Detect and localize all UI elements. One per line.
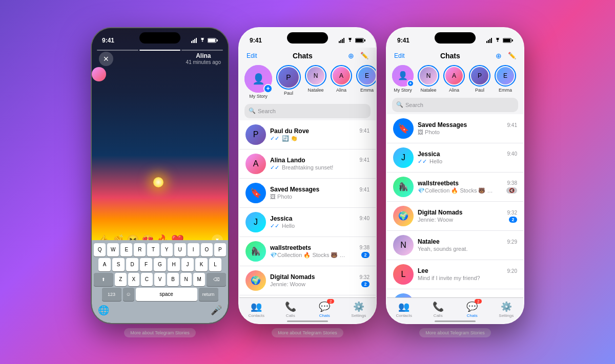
story-alina-3[interactable]: A Alina (443, 65, 465, 93)
chat-item-emma-3[interactable]: E Emma 9:12 I hope you're enjoying your … (387, 289, 523, 297)
chat-item-jessica-3[interactable]: J Jessica 9:40 ✓✓ Hello (387, 143, 523, 173)
tab-calls-2[interactable]: 📞 Calls (274, 301, 308, 318)
key-g[interactable]: G (154, 258, 166, 271)
progress-bar-2 (139, 50, 181, 51)
keyboard-row-3: ⬆ Z X C V B N M ⌫ (94, 273, 226, 286)
key-y[interactable]: Y (161, 243, 173, 256)
key-d[interactable]: D (126, 258, 138, 271)
chat-item-natalee-3[interactable]: N Natalee 9:29 Yeah, sounds great. (387, 231, 523, 260)
key-u[interactable]: U (174, 243, 186, 256)
key-o[interactable]: O (201, 243, 213, 256)
key-z[interactable]: Z (115, 273, 127, 286)
paul-story-ring-3: P (469, 65, 490, 87)
key-f[interactable]: F (140, 258, 152, 271)
story-close-button[interactable]: ✕ (99, 52, 113, 66)
chat-item-saved-3[interactable]: 🔖 Saved Messages 9:41 🖼 Photo (387, 114, 523, 143)
tab-contacts-2[interactable]: 👥 Contacts (239, 301, 274, 318)
my-story-item-3[interactable]: 👤 + My Story (392, 65, 414, 93)
chat-item-digital-3[interactable]: 🌍 Digital Nomads 9:32 Jennie: Woow 2 (387, 202, 523, 231)
chat-item-paul[interactable]: P Paul du Rove 9:41 ✓✓ 🔄 👏 (239, 120, 376, 149)
story-paul-2[interactable]: P Paul (276, 65, 301, 99)
chat-preview-digital-3: Jennie: Woow (418, 217, 453, 223)
globe-icon[interactable]: 🌐 (98, 305, 109, 316)
key-123[interactable]: 123 (102, 288, 121, 301)
more-about-btn-3[interactable]: More about Telegram Stories (419, 328, 490, 337)
compose-icon-3[interactable]: ✏️ (508, 52, 516, 59)
tab-calls-icon-2: 📞 (285, 301, 296, 312)
key-j[interactable]: J (181, 258, 194, 271)
key-m[interactable]: M (193, 273, 205, 286)
story-paul-3[interactable]: P Paul (469, 65, 490, 93)
key-emoji[interactable]: ☺ (123, 288, 134, 301)
tab-calls-label-3: Calls (434, 313, 443, 318)
keyboard-mic-icon[interactable]: 🎤 (211, 305, 222, 316)
more-about-btn-2[interactable]: More about Telegram Stories (272, 328, 343, 337)
key-c[interactable]: C (141, 273, 153, 286)
key-i[interactable]: I (188, 243, 199, 256)
key-t[interactable]: T (147, 243, 159, 256)
story-emma-2[interactable]: E Emma (356, 65, 376, 99)
svg-rect-14 (486, 41, 487, 43)
tab-calls-3[interactable]: 📞 Calls (421, 301, 456, 318)
chat-item-lee-3[interactable]: L Lee 9:20 Mind if I invite my friend? (387, 260, 523, 289)
tab-contacts-3[interactable]: 👥 Contacts (387, 301, 421, 318)
story-alina-2[interactable]: A Alina (331, 65, 352, 99)
key-l[interactable]: L (209, 258, 221, 271)
story-natalee-2[interactable]: N Natalee (305, 65, 326, 99)
new-group-icon-2[interactable]: ⊕ (348, 52, 354, 60)
new-group-icon-3[interactable]: ⊕ (496, 52, 502, 60)
chat-item-jessica[interactable]: J Jessica 9:40 ✓✓ Hello (239, 208, 376, 237)
key-p[interactable]: P (214, 243, 226, 256)
my-story-item-2[interactable]: 👤 + My Story (244, 65, 272, 99)
natalee-story-ring-3: N (418, 65, 439, 87)
key-q[interactable]: Q (94, 243, 106, 256)
tab-settings-2[interactable]: ⚙️ Settings (342, 301, 376, 318)
chat-item-digital[interactable]: 🌍 Digital Nomads 9:32 Jennie: Woow 2 (239, 266, 376, 295)
key-n[interactable]: N (180, 273, 192, 286)
svg-rect-0 (191, 41, 192, 43)
chats-header-2: Edit Chats ⊕ ✏️ (239, 48, 376, 63)
chat-item-alina[interactable]: A Alina Lando 9:41 ✓✓ Breathtaking sunse… (239, 149, 376, 179)
chat-name-row-digital-3: Digital Nomads 9:32 (418, 209, 517, 216)
phone2-content: 9:41 (239, 28, 376, 323)
key-r[interactable]: R (134, 243, 146, 256)
chats-tab-badge-2: 2 (327, 299, 334, 304)
emma-story-ring: E (356, 65, 376, 87)
story-username: Alina (196, 52, 211, 59)
story-emma-3[interactable]: E Emma (495, 65, 516, 93)
edit-button-2[interactable]: Edit (247, 52, 257, 59)
chat-item-natalee[interactable]: N Natalee 9:29 Yeah, sounds great. (239, 295, 376, 297)
chat-item-wstreet[interactable]: 🦍 wallstreetbets 9:38 💎Collection 🔥 Stoc… (239, 237, 376, 266)
key-x[interactable]: X (128, 273, 140, 286)
svg-rect-6 (217, 39, 218, 41)
tab-bar-3: 👥 Contacts 📞 Calls 💬 2 Chats ⚙️ Setti (387, 297, 523, 323)
key-space[interactable]: space (136, 288, 197, 301)
key-shift[interactable]: ⬆ (94, 273, 113, 286)
edit-button-3[interactable]: Edit (394, 52, 405, 59)
search-bar-3[interactable]: 🔍 Search (392, 98, 518, 112)
tab-settings-3[interactable]: ⚙️ Settings (489, 301, 524, 318)
chat-item-wstreet-3[interactable]: 🦍 wallstreetbets 9:38 💎Collection 🔥 Stoc… (387, 173, 523, 202)
tab-chats-3[interactable]: 💬 2 Chats (455, 301, 489, 318)
key-h[interactable]: H (168, 258, 180, 271)
key-a[interactable]: A (98, 258, 111, 271)
key-s[interactable]: S (112, 258, 125, 271)
story-time: 41 minutes ago (186, 59, 221, 65)
key-delete[interactable]: ⌫ (207, 273, 226, 286)
story-user-avatar (92, 67, 106, 81)
search-bar-2[interactable]: 🔍 Search (244, 104, 371, 118)
key-return[interactable]: return (199, 288, 218, 301)
key-v[interactable]: V (154, 273, 166, 286)
key-b[interactable]: B (167, 273, 179, 286)
key-k[interactable]: K (195, 258, 208, 271)
tab-chats-2[interactable]: 💬 2 Chats (308, 301, 342, 318)
key-w[interactable]: W (107, 243, 119, 256)
more-about-btn-1[interactable]: More about Telegram Stories (124, 328, 195, 337)
key-e[interactable]: E (120, 243, 132, 256)
chat-item-saved[interactable]: 🔖 Saved Messages 9:41 🖼 Photo (239, 179, 376, 208)
tab-chats-icon-3: 💬 2 (466, 301, 478, 312)
compose-icon-2[interactable]: ✏️ (360, 52, 368, 59)
story-natalee-3[interactable]: N Natalee (418, 65, 439, 93)
chat-preview-jessica-3: ✓✓ Hello (418, 158, 442, 165)
natalee-story-label: Natalee (308, 88, 323, 93)
